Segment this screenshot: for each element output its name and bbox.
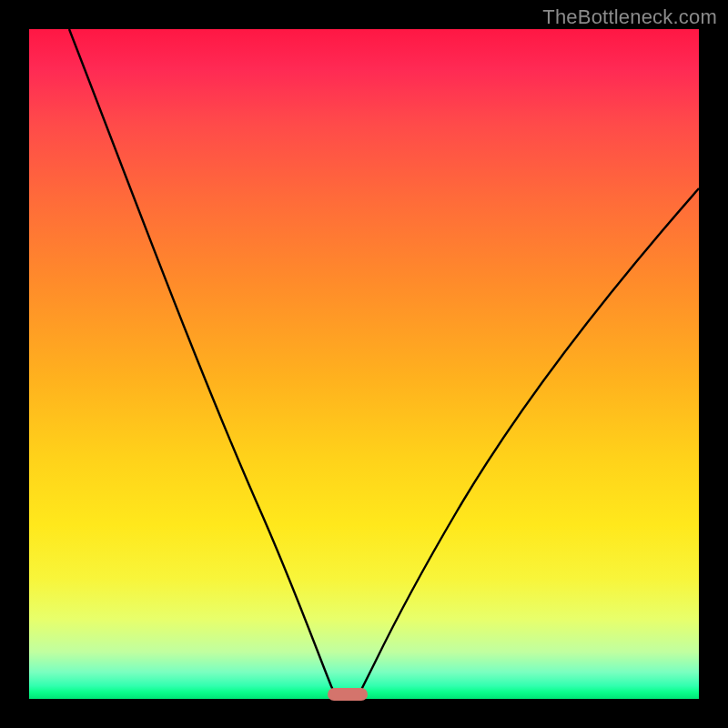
watermark-text: TheBottleneck.com <box>542 5 717 29</box>
chart-frame: TheBottleneck.com <box>0 0 728 728</box>
curve-left-branch <box>69 29 339 699</box>
curve-right-branch <box>357 188 699 699</box>
curve-layer <box>29 29 699 699</box>
min-marker <box>328 688 368 701</box>
